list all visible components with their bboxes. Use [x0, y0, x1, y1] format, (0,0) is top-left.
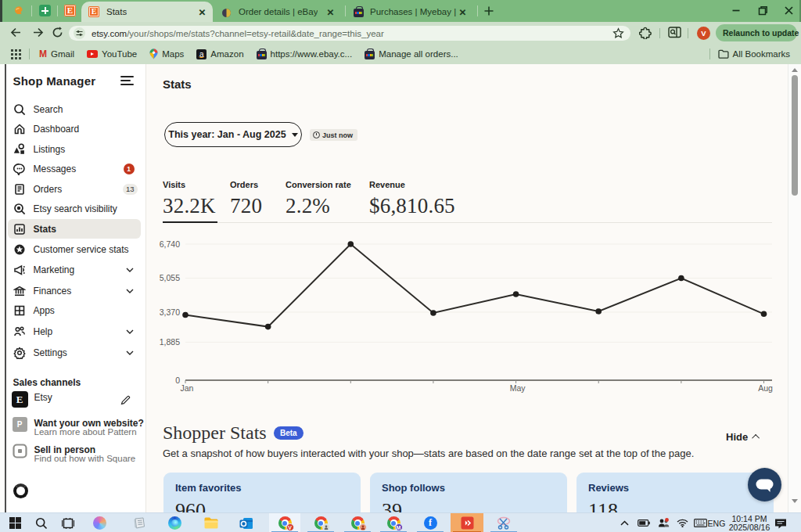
edge-button[interactable] — [163, 513, 186, 532]
relaunch-to-update-button[interactable]: Relaunch to update ⋮ — [716, 24, 797, 41]
date-range-selector[interactable]: This year: Jan - Aug 2025 — [164, 122, 302, 147]
tab-close-icon[interactable]: ✕ — [327, 7, 335, 16]
tab-close-icon[interactable]: ✕ — [199, 7, 207, 16]
browser-scrollbar[interactable] — [788, 64, 800, 512]
bookmark-youtube[interactable]: YouTube — [87, 49, 137, 59]
tray-wifi-icon[interactable] — [673, 513, 691, 532]
sidebar-item-help[interactable]: Help — [8, 322, 141, 341]
reload-button[interactable] — [51, 26, 64, 39]
forward-button[interactable] — [31, 26, 45, 39]
sidebar-item-listings[interactable]: Listings — [8, 139, 141, 159]
chrome-profile-v-button[interactable]: V — [269, 513, 300, 532]
site-settings-icon[interactable] — [74, 27, 85, 39]
bookmark-star-icon[interactable] — [612, 27, 624, 39]
sidebar-item-apps[interactable]: Apps — [8, 301, 141, 321]
maps-pin-icon — [149, 49, 158, 59]
start-button[interactable] — [4, 513, 26, 532]
new-tab-button[interactable] — [483, 5, 494, 16]
copilot-button[interactable] — [88, 513, 111, 532]
scrollbar-down-arrow[interactable] — [792, 499, 798, 503]
metric-revenue[interactable]: Revenue $6,810.65 — [369, 180, 455, 218]
snipping-tool-button[interactable] — [488, 513, 519, 532]
sidebar-item-dashboard[interactable]: Dashboard — [8, 120, 141, 139]
sidebar-item-etsy-search-visibility[interactable]: Etsy search visibility — [8, 200, 141, 219]
window-close-button[interactable] — [777, 0, 800, 20]
bookmark-maps[interactable]: Maps — [149, 49, 184, 59]
sidebar-item-settings[interactable]: Settings — [8, 343, 141, 363]
window-left-edge — [0, 0, 2, 22]
shapes-icon — [13, 143, 26, 156]
sales-channels-header: Sales channels — [13, 377, 81, 388]
tray-show-hidden-icons[interactable] — [616, 513, 632, 532]
scrollbar-thumb[interactable] — [792, 75, 798, 196]
bookmark-ebay-link[interactable]: https://www.ebay.c... — [257, 49, 353, 59]
beta-badge: Beta — [274, 426, 304, 440]
etsy-channel-label[interactable]: Etsy — [34, 392, 52, 403]
tray-clock[interactable]: 10:14 PM 2025/08/16 — [730, 513, 769, 532]
extensions-icon[interactable] — [639, 27, 652, 39]
pinned-tab-etsy-icon[interactable]: E — [64, 5, 76, 16]
tab-purchases[interactable]: Purchases | Myebay | eBay ✕ — [348, 2, 473, 22]
notepad-button[interactable] — [127, 513, 150, 532]
attention-app-button[interactable] — [451, 513, 483, 532]
sidebar-item-customer-service-stats[interactable]: Customer service stats — [8, 239, 141, 259]
tab-close-icon[interactable]: ✕ — [459, 7, 467, 16]
sidebar-item-marketing[interactable]: Marketing — [8, 261, 141, 280]
sidebar-item-search[interactable]: Search — [8, 99, 141, 119]
task-view-button[interactable] — [57, 513, 79, 532]
home-icon — [13, 123, 26, 135]
promo-square-subtitle[interactable]: Find out how with Square — [34, 454, 136, 463]
facebook-button[interactable]: f — [415, 513, 446, 532]
promo-pattern-subtitle[interactable]: Learn more about Pattern — [34, 427, 137, 437]
tray-battery-icon[interactable] — [635, 513, 652, 532]
window-minimize-button[interactable] — [724, 0, 748, 20]
apps-grid-icon[interactable] — [11, 49, 21, 59]
chrome-profile-m-button[interactable]: M — [378, 513, 409, 532]
profile-avatar[interactable]: V — [697, 27, 710, 40]
sidebar-menu-icon[interactable] — [120, 76, 134, 85]
window-restore-button[interactable] — [751, 0, 774, 20]
pinned-tab-sheets-icon[interactable] — [39, 5, 51, 16]
svg-text:Aug: Aug — [758, 383, 773, 393]
metric-orders[interactable]: Orders 720 — [230, 180, 262, 218]
sidebar-item-messages[interactable]: Messages1 — [8, 160, 141, 179]
chrome-profile-3-button[interactable] — [342, 513, 373, 532]
chat-widget-button[interactable] — [748, 468, 781, 501]
chrome-icon: M — [387, 516, 400, 530]
metric-visits[interactable]: Visits 32.2K — [163, 180, 216, 218]
scrollbar-up-arrow[interactable] — [792, 68, 798, 72]
square-icon — [13, 444, 27, 458]
hide-button[interactable]: Hide — [726, 431, 760, 443]
bookmark-manage-orders[interactable]: Manage all orders... — [365, 49, 458, 59]
tray-people-icon[interactable] — [655, 513, 672, 532]
shop-manager-sidebar: Shop Manager SearchDashboardListingsMess… — [6, 64, 146, 512]
file-explorer-button[interactable] — [199, 513, 223, 532]
all-bookmarks-button[interactable]: All Bookmarks — [718, 49, 791, 59]
url-text: etsy.com/your/shops/me/stats?channel=ets… — [92, 29, 608, 38]
page-title: Stats — [163, 77, 192, 91]
sidebar-item-orders[interactable]: Orders13 — [8, 179, 141, 199]
taskbar-search-button[interactable] — [31, 513, 52, 532]
sidebar-item-stats[interactable]: Stats — [8, 219, 141, 239]
pinned-tab-paw-icon[interactable] — [13, 5, 24, 16]
chrome-icon — [351, 516, 365, 530]
back-button[interactable] — [9, 26, 23, 39]
bookmark-gmail[interactable]: M Gmail — [39, 49, 74, 59]
address-bar[interactable]: etsy.com/your/shops/me/stats?channel=ets… — [69, 26, 630, 41]
tray-touch-keyboard-icon[interactable] — [691, 513, 709, 532]
sidebar-item-finances[interactable]: Finances — [8, 281, 141, 300]
edit-pencil-icon[interactable] — [120, 395, 131, 405]
action-center-button[interactable] — [771, 513, 790, 532]
metric-conversion-rate[interactable]: Conversion rate 2.2% — [286, 180, 351, 218]
side-panel-search-icon[interactable] — [668, 27, 681, 38]
chrome-profile-2-button[interactable] — [305, 513, 336, 532]
sidebar-title: Shop Manager — [13, 74, 96, 88]
outlook-button[interactable] — [235, 513, 258, 532]
visits-line-chart[interactable]: 01,8853,3705,0556,740JanMayAug — [153, 235, 782, 399]
bookmark-amazon[interactable]: a Amazon — [196, 49, 243, 59]
tab-stats[interactable]: E Stats ✕ — [81, 2, 213, 22]
tab-order-details[interactable]: Order details | eBay ✕ — [214, 2, 341, 22]
avatar-ring[interactable] — [13, 483, 28, 498]
browser-tab-strip: E E Stats ✕ Order details | eBay ✕ Purch… — [0, 0, 801, 22]
tray-language-label[interactable]: ENG — [707, 513, 726, 532]
